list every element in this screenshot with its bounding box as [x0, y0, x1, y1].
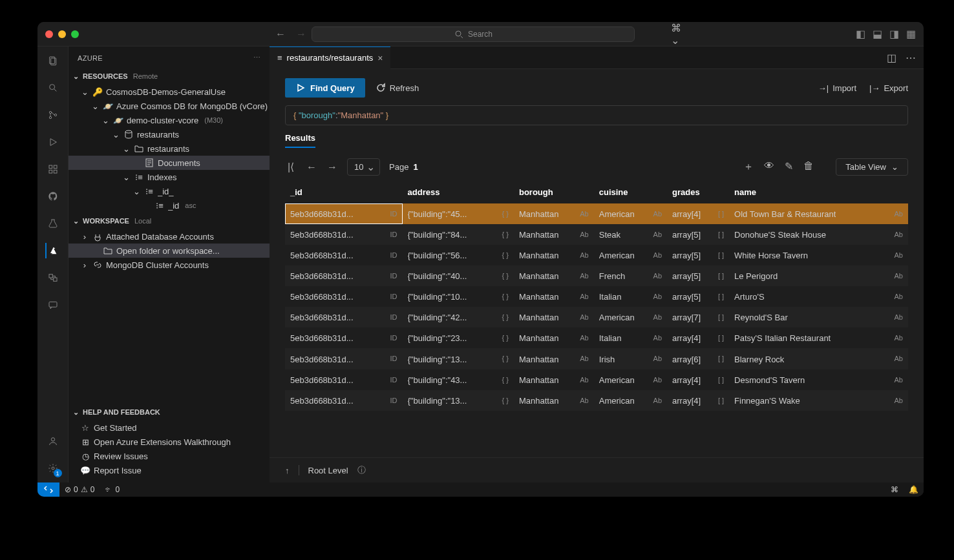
- table-cell[interactable]: Reynold'S BarAb: [729, 307, 908, 327]
- table-cell[interactable]: array[5][ ]: [667, 286, 729, 307]
- source-control-icon[interactable]: [45, 107, 61, 123]
- table-cell[interactable]: Desmond'S TavernAb: [729, 369, 908, 390]
- extensions-icon[interactable]: [45, 161, 61, 177]
- table-cell[interactable]: 5eb3d668b31d...ID: [285, 245, 403, 265]
- tree-index-field[interactable]: ⌄⁝≡_idasc: [69, 198, 270, 213]
- import-button[interactable]: →| Import: [818, 83, 856, 93]
- help-section-header[interactable]: ⌄ HELP AND FEEDBACK: [69, 405, 270, 419]
- workspace-mongo-accounts[interactable]: ›MongoDB Cluster Accounts: [69, 258, 270, 272]
- comments-icon[interactable]: [45, 297, 61, 313]
- remote-activity-icon[interactable]: [45, 270, 61, 285]
- table-cell[interactable]: AmericanAb: [594, 390, 667, 411]
- layout-panel-icon[interactable]: ⬓: [872, 29, 882, 39]
- accounts-icon[interactable]: [45, 433, 61, 449]
- help-report-issue[interactable]: 💬Report Issue: [69, 463, 270, 477]
- column-header[interactable]: borough: [514, 181, 594, 203]
- table-cell[interactable]: 5eb3d668b31d...ID: [285, 286, 403, 307]
- help-walkthrough[interactable]: ⊞Open Azure Extensions Walkthrough: [69, 435, 270, 449]
- tree-service[interactable]: ⌄🪐Azure Cosmos DB for MongoDB (vCore): [69, 99, 270, 113]
- settings-gear-icon[interactable]: 1: [45, 461, 61, 476]
- tree-index-id[interactable]: ⌄⁝≡_id_: [69, 184, 270, 198]
- table-cell[interactable]: Le PerigordAb: [729, 265, 908, 286]
- table-cell[interactable]: array[4][ ]: [667, 390, 729, 411]
- table-cell[interactable]: ManhattanAb: [514, 224, 594, 245]
- table-cell[interactable]: ManhattanAb: [514, 390, 594, 411]
- results-tab[interactable]: Results: [270, 133, 924, 153]
- tree-cluster[interactable]: ⌄🪐demo-cluster-vcore(M30): [69, 113, 270, 127]
- table-cell[interactable]: ManhattanAb: [514, 265, 594, 286]
- table-cell[interactable]: array[5][ ]: [667, 245, 729, 265]
- prev-page-button[interactable]: ←: [306, 161, 317, 173]
- status-bell-icon[interactable]: 🔔: [904, 485, 924, 494]
- tree-subscription[interactable]: ⌄🔑CosmosDB-Demos-GeneralUse: [69, 85, 270, 99]
- table-cell[interactable]: {"building":"40...{ }: [403, 265, 514, 286]
- table-cell[interactable]: ItalianAb: [594, 327, 667, 348]
- table-row[interactable]: 5eb3d668b31d...ID{"building":"45...{ }Ma…: [285, 203, 908, 224]
- view-row-icon[interactable]: 👁: [764, 160, 774, 174]
- table-cell[interactable]: ManhattanAb: [514, 369, 594, 390]
- column-header[interactable]: address: [403, 181, 514, 203]
- add-row-icon[interactable]: ＋: [743, 160, 754, 174]
- edit-row-icon[interactable]: ✎: [785, 160, 793, 174]
- editor-tab[interactable]: ≡ restaurants/restaurants ×: [270, 47, 390, 69]
- table-cell[interactable]: 5eb3d668b31d...ID: [285, 307, 403, 327]
- table-row[interactable]: 5eb3d668b31d...ID{"building":"84...{ }Ma…: [285, 224, 908, 245]
- copilot-icon[interactable]: ⌘ ⌄: [671, 29, 681, 39]
- table-cell[interactable]: Finnegan'S WakeAb: [729, 390, 908, 411]
- table-cell[interactable]: {"building":"23...{ }: [403, 327, 514, 348]
- azure-activity-icon[interactable]: [45, 243, 61, 258]
- table-cell[interactable]: AmericanAb: [594, 307, 667, 327]
- table-cell[interactable]: {"building":"10...{ }: [403, 286, 514, 307]
- run-debug-icon[interactable]: [45, 134, 61, 150]
- table-row[interactable]: 5eb3d668b31d...ID{"building":"43...{ }Ma…: [285, 369, 908, 390]
- table-row[interactable]: 5eb3d668b31d...ID{"building":"56...{ }Ma…: [285, 245, 908, 265]
- table-cell[interactable]: ManhattanAb: [514, 348, 594, 369]
- table-cell[interactable]: array[5][ ]: [667, 265, 729, 286]
- tree-documents[interactable]: ⌄Documents: [69, 156, 270, 170]
- table-cell[interactable]: array[4][ ]: [667, 327, 729, 348]
- remote-indicator[interactable]: [37, 482, 59, 497]
- table-cell[interactable]: {"building":"84...{ }: [403, 224, 514, 245]
- nav-back-button[interactable]: ←: [275, 28, 286, 40]
- table-row[interactable]: 5eb3d668b31d...ID{"building":"10...{ }Ma…: [285, 286, 908, 307]
- tab-more-icon[interactable]: ⋯: [906, 52, 916, 64]
- close-window-button[interactable]: [45, 30, 53, 38]
- tab-close-icon[interactable]: ×: [377, 53, 383, 63]
- table-cell[interactable]: ManhattanAb: [514, 286, 594, 307]
- status-errors[interactable]: ⊘0⚠0: [59, 485, 100, 494]
- table-row[interactable]: 5eb3d668b31d...ID{"building":"13...{ }Ma…: [285, 348, 908, 369]
- table-row[interactable]: 5eb3d668b31d...ID{"building":"40...{ }Ma…: [285, 265, 908, 286]
- table-cell[interactable]: {"building":"13...{ }: [403, 348, 514, 369]
- table-row[interactable]: 5eb3d668b31d...ID{"building":"23...{ }Ma…: [285, 327, 908, 348]
- layout-secondary-icon[interactable]: ◨: [889, 29, 899, 39]
- table-cell[interactable]: ManhattanAb: [514, 245, 594, 265]
- query-input[interactable]: { "borough":"Manhattan" }: [285, 105, 908, 125]
- next-page-button[interactable]: →: [326, 161, 338, 173]
- table-cell[interactable]: AmericanAb: [594, 245, 667, 265]
- nav-forward-button[interactable]: →: [296, 28, 306, 40]
- table-cell[interactable]: ManhattanAb: [514, 203, 594, 224]
- table-cell[interactable]: 5eb3d668b31d...ID: [285, 224, 403, 245]
- table-cell[interactable]: White Horse TavernAb: [729, 245, 908, 265]
- table-cell[interactable]: array[6][ ]: [667, 348, 729, 369]
- table-cell[interactable]: Arturo'SAb: [729, 286, 908, 307]
- table-cell[interactable]: 5eb3d668b31d...ID: [285, 390, 403, 411]
- first-page-button[interactable]: |⟨: [285, 161, 297, 173]
- table-row[interactable]: 5eb3d668b31d...ID{"building":"42...{ }Ma…: [285, 307, 908, 327]
- table-cell[interactable]: ItalianAb: [594, 286, 667, 307]
- delete-row-icon[interactable]: 🗑: [803, 160, 814, 174]
- table-cell[interactable]: 5eb3d668b31d...ID: [285, 327, 403, 348]
- status-copilot-icon[interactable]: ⌘: [885, 485, 904, 494]
- table-cell[interactable]: FrenchAb: [594, 265, 667, 286]
- table-cell[interactable]: 5eb3d668b31d...ID: [285, 369, 403, 390]
- sidebar-more-icon[interactable]: ⋯: [253, 54, 260, 62]
- table-cell[interactable]: 5eb3d668b31d...ID: [285, 203, 403, 224]
- table-cell[interactable]: Donohue'S Steak HouseAb: [729, 224, 908, 245]
- status-ports[interactable]: ᯤ0: [100, 485, 125, 494]
- table-cell[interactable]: AmericanAb: [594, 369, 667, 390]
- column-header[interactable]: _id: [285, 181, 403, 203]
- table-cell[interactable]: SteakAb: [594, 224, 667, 245]
- refresh-button[interactable]: Refresh: [376, 83, 419, 93]
- table-cell[interactable]: AmericanAb: [594, 203, 667, 224]
- table-cell[interactable]: {"building":"42...{ }: [403, 307, 514, 327]
